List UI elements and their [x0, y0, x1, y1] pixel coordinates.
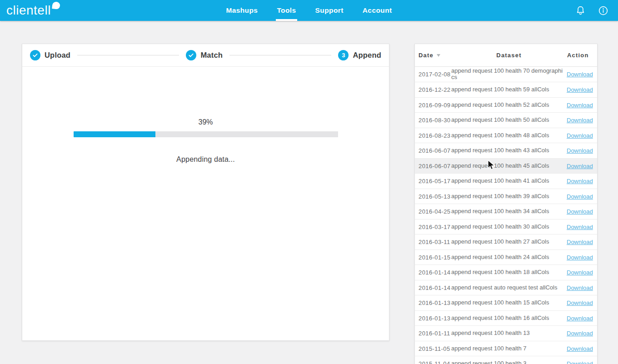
cell-dataset: append request 100 health 18 allCols	[451, 265, 567, 280]
cell-action: Download	[567, 189, 597, 204]
table-row[interactable]: 2016-06-07append request 100 health 43 a…	[415, 143, 597, 159]
step-match: Match	[186, 50, 223, 60]
info-icon[interactable]	[597, 5, 609, 16]
cell-action: Download	[567, 174, 597, 189]
sort-desc-icon	[437, 54, 440, 57]
table-row[interactable]: 2016-01-11append request 100 health 13Do…	[415, 326, 597, 341]
table-row[interactable]: 2016-05-13append request 100 health 39 a…	[415, 189, 597, 204]
cell-action: Download	[567, 82, 597, 98]
download-link[interactable]: Download	[567, 299, 593, 306]
step-upload: Upload	[30, 50, 70, 60]
cell-date: 2016-06-07	[415, 143, 451, 159]
download-link[interactable]: Download	[567, 315, 593, 322]
navbar-icons	[574, 5, 609, 16]
download-link[interactable]: Download	[567, 284, 593, 291]
cell-date: 2016-09-09	[415, 97, 451, 113]
table-row[interactable]: 2016-06-07append request 100 health 45 a…	[415, 158, 597, 174]
download-link[interactable]: Download	[567, 86, 593, 93]
download-link[interactable]: Download	[567, 71, 593, 78]
step-append: 3Append	[338, 50, 381, 60]
cell-action: Download	[567, 341, 597, 356]
table-row[interactable]: 2016-01-15append request 100 health 24 a…	[415, 249, 597, 265]
cell-action: Download	[567, 249, 597, 265]
cell-dataset: append request 100 health 3	[451, 356, 567, 364]
cell-date: 2016-01-14	[415, 265, 451, 280]
table-header-row: Date Dataset Action	[415, 44, 597, 66]
download-link[interactable]: Download	[567, 254, 593, 261]
download-link[interactable]: Download	[567, 239, 593, 245]
cell-dataset: append request 100 health 70 demographic…	[451, 66, 567, 82]
cell-date: 2016-12-22	[415, 82, 451, 98]
step-label: Match	[200, 51, 223, 60]
cell-date: 2016-04-25	[415, 204, 451, 219]
cell-dataset: append request 100 health 24 allCols	[451, 249, 567, 265]
nav-item-account[interactable]: Account	[362, 0, 393, 21]
progress-status-text: Appending data...	[22, 155, 389, 164]
download-link[interactable]: Download	[567, 132, 593, 139]
table-row[interactable]: 2015-11-05append request 100 health 7Dow…	[415, 341, 597, 356]
table-row[interactable]: 2016-01-13append request 100 health 16 a…	[415, 310, 597, 326]
table-row[interactable]: 2016-08-30append request 100 health 50 a…	[415, 113, 597, 128]
cell-date: 2016-08-23	[415, 128, 451, 143]
cell-dataset: append request 100 health 50 allCols	[451, 113, 567, 128]
table-row[interactable]: 2016-08-23append request 100 health 48 a…	[415, 128, 597, 143]
download-link[interactable]: Download	[567, 224, 593, 230]
cell-date: 2016-01-13	[415, 295, 451, 311]
cell-action: Download	[567, 356, 597, 364]
table-row[interactable]: 2015-11-04append request 100 health 3Dow…	[415, 356, 597, 364]
download-link[interactable]: Download	[567, 345, 593, 352]
download-link[interactable]: Download	[567, 147, 593, 154]
cell-dataset: append request 100 health 48 allCols	[451, 128, 567, 143]
progress-percent: 39%	[22, 118, 389, 126]
download-link[interactable]: Download	[567, 208, 593, 215]
nav-item-tools[interactable]: Tools	[276, 0, 297, 21]
cell-action: Download	[567, 97, 597, 113]
table-row[interactable]: 2016-12-22append request 100 health 59 a…	[415, 82, 597, 98]
table-row[interactable]: 2016-09-09append request 100 health 52 a…	[415, 97, 597, 113]
nav-item-mashups[interactable]: Mashups	[225, 0, 259, 21]
download-link[interactable]: Download	[567, 178, 593, 184]
download-link[interactable]: Download	[567, 193, 593, 200]
download-link[interactable]: Download	[567, 102, 593, 109]
cell-dataset: append request 100 health 16 allCols	[451, 310, 567, 326]
cell-dataset: append request 100 health 7	[451, 341, 567, 356]
cell-date: 2016-08-30	[415, 113, 451, 128]
cell-date: 2016-03-11	[415, 234, 451, 250]
notification-bell-icon[interactable]	[574, 5, 586, 16]
cell-action: Download	[567, 326, 597, 341]
primary-nav: MashupsToolsSupportAccount	[0, 0, 618, 21]
table-row[interactable]: 2016-01-14append request 100 health 18 a…	[415, 265, 597, 280]
cell-action: Download	[567, 66, 597, 82]
table-row[interactable]: 2016-03-17append request 100 health 30 a…	[415, 219, 597, 234]
append-wizard-card: UploadMatch3Append 39% Appending data...	[22, 44, 389, 341]
nav-item-support[interactable]: Support	[314, 0, 344, 21]
download-link[interactable]: Download	[567, 117, 593, 124]
download-link[interactable]: Download	[567, 330, 593, 337]
cell-dataset: append request 100 health 34 allCols	[451, 204, 567, 219]
table-row[interactable]: 2016-01-14append request auto request te…	[415, 280, 597, 295]
cell-dataset: append request 100 health 13	[451, 326, 567, 341]
table-row[interactable]: 2016-01-13append request 100 health 15 a…	[415, 295, 597, 311]
column-header-date[interactable]: Date	[415, 44, 451, 66]
cell-dataset: append request 100 health 41 allCols	[451, 174, 567, 189]
column-header-dataset: Dataset	[451, 44, 567, 66]
step-connector	[77, 55, 179, 55]
cell-action: Download	[567, 143, 597, 159]
table-row[interactable]: 2017-02-08append request 100 health 70 d…	[415, 66, 597, 82]
download-link[interactable]: Download	[567, 360, 593, 364]
table-body: 2017-02-08append request 100 health 70 d…	[415, 66, 597, 364]
cell-action: Download	[567, 295, 597, 311]
cell-dataset: append request 100 health 52 allCols	[451, 97, 567, 113]
cell-dataset: append request 100 health 27 allCols	[451, 234, 567, 250]
table-row[interactable]: 2016-04-25append request 100 health 34 a…	[415, 204, 597, 219]
cell-dataset: append request auto request test allCols	[451, 280, 567, 295]
download-link[interactable]: Download	[567, 269, 593, 276]
cell-action: Download	[567, 158, 597, 174]
table-row[interactable]: 2016-03-11append request 100 health 27 a…	[415, 234, 597, 250]
cell-date: 2015-11-04	[415, 356, 451, 364]
table-row[interactable]: 2016-05-17append request 100 health 41 a…	[415, 174, 597, 189]
step-label: Upload	[45, 51, 70, 60]
cell-date: 2015-11-05	[415, 341, 451, 356]
history-table-card: Date Dataset Action 2017-02-08append req…	[414, 44, 598, 364]
download-link[interactable]: Download	[567, 163, 593, 170]
